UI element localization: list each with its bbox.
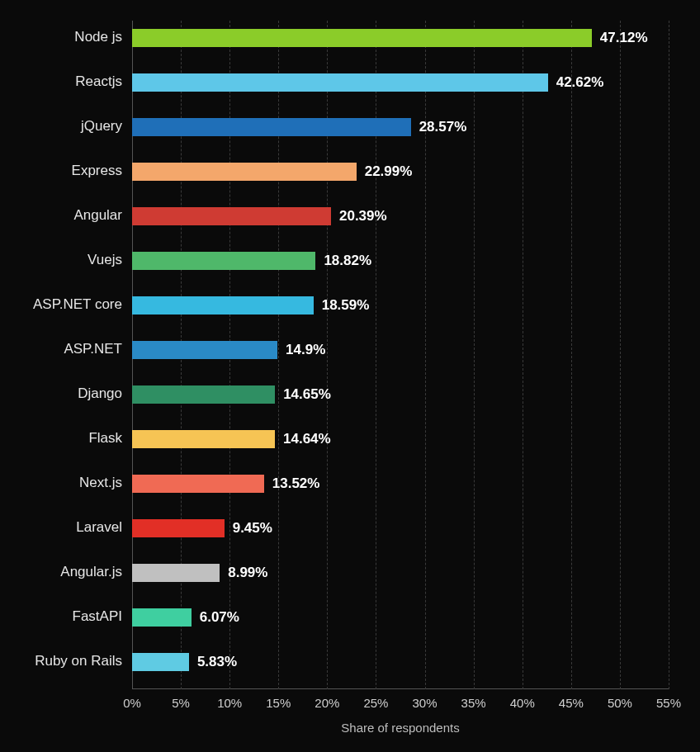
value-label: 5.83% xyxy=(197,654,237,670)
value-label: 18.82% xyxy=(324,253,371,269)
bar-row: 42.62% xyxy=(132,73,603,92)
x-axis-label: Share of respondents xyxy=(341,721,459,735)
category-label: Vuejs xyxy=(0,252,122,268)
value-label: 42.62% xyxy=(556,74,604,91)
x-axis-line xyxy=(132,688,669,689)
bar xyxy=(132,430,275,448)
bar-row: 8.99% xyxy=(132,564,267,582)
value-label: 20.39% xyxy=(339,208,387,225)
bar-row: 47.12% xyxy=(132,29,648,47)
x-tick-label: 20% xyxy=(315,696,339,710)
bar xyxy=(132,341,277,359)
bar-row: 6.07% xyxy=(132,608,239,627)
bar-row: 20.39% xyxy=(132,207,387,225)
value-label: 9.45% xyxy=(233,520,272,537)
value-label: 14.65% xyxy=(283,386,331,403)
x-tick-label: 55% xyxy=(656,696,681,710)
value-label: 8.99% xyxy=(228,565,267,581)
bar xyxy=(132,163,357,181)
bar xyxy=(132,207,331,225)
bar xyxy=(132,519,225,537)
category-label: Angular xyxy=(0,207,122,224)
bar-row: 9.45% xyxy=(132,519,272,537)
bar-row: 28.57% xyxy=(132,118,466,136)
value-label: 47.12% xyxy=(600,30,648,46)
gridline xyxy=(474,21,475,689)
bar-row: 18.82% xyxy=(132,252,371,270)
category-label: Django xyxy=(0,385,122,402)
value-label: 14.9% xyxy=(286,342,325,358)
category-label: Reactjs xyxy=(0,73,122,90)
value-label: 6.07% xyxy=(200,609,239,626)
value-label: 13.52% xyxy=(272,475,320,492)
bar xyxy=(132,608,192,627)
bar xyxy=(132,29,592,47)
category-label: Express xyxy=(0,163,122,179)
category-label: ASP.NET core xyxy=(0,296,122,313)
x-tick-label: 30% xyxy=(413,696,438,710)
gridline xyxy=(523,21,523,689)
bar xyxy=(132,296,314,315)
bar xyxy=(132,252,315,270)
bar xyxy=(132,653,189,671)
bar xyxy=(132,564,220,582)
value-label: 14.64% xyxy=(283,431,331,447)
x-tick-label: 15% xyxy=(266,696,291,710)
x-tick-label: 45% xyxy=(559,696,584,710)
bar-row: 14.64% xyxy=(132,430,331,448)
x-tick-label: 5% xyxy=(172,696,190,710)
gridline xyxy=(571,21,572,689)
category-label: Flask xyxy=(0,430,122,447)
category-label: Next.js xyxy=(0,475,122,491)
category-label: Laravel xyxy=(0,519,122,536)
x-tick-label: 10% xyxy=(217,696,242,710)
bar xyxy=(132,385,275,404)
bar-row: 5.83% xyxy=(132,653,237,671)
bar-row: 22.99% xyxy=(132,163,412,181)
category-label: Node js xyxy=(0,29,122,45)
x-tick-label: 50% xyxy=(608,696,632,710)
category-label: Ruby on Rails xyxy=(0,653,122,669)
bar xyxy=(132,118,411,136)
value-label: 22.99% xyxy=(365,163,413,180)
bar-row: 14.65% xyxy=(132,385,331,404)
x-tick-label: 25% xyxy=(363,696,388,710)
value-label: 18.59% xyxy=(322,297,370,314)
x-tick-label: 40% xyxy=(510,696,535,710)
bar-chart: Share of respondents 0%5%10%15%20%25%30%… xyxy=(0,0,700,752)
bar xyxy=(132,475,264,493)
category-label: FastAPI xyxy=(0,608,122,625)
x-tick-label: 0% xyxy=(123,696,141,710)
category-label: jQuery xyxy=(0,118,122,135)
gridline xyxy=(669,21,669,689)
gridline xyxy=(620,21,621,689)
x-tick-label: 35% xyxy=(461,696,486,710)
value-label: 28.57% xyxy=(419,119,467,135)
bar-row: 14.9% xyxy=(132,341,325,359)
category-label: Angular.js xyxy=(0,564,122,580)
plot-area: Share of respondents 0%5%10%15%20%25%30%… xyxy=(132,21,669,689)
category-label: ASP.NET xyxy=(0,341,122,357)
bar-row: 13.52% xyxy=(132,475,319,493)
bar-row: 18.59% xyxy=(132,296,369,315)
bar xyxy=(132,73,548,92)
